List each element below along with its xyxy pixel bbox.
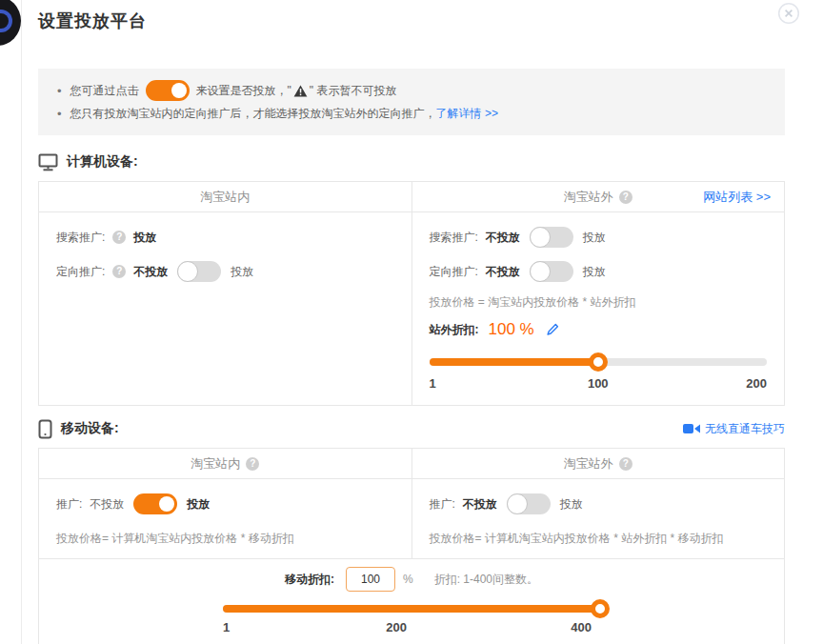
mobile-discount-hint: 折扣: 1-400间整数。 (434, 572, 538, 588)
slider-handle[interactable] (589, 352, 608, 372)
notice-line2-text: 您只有投放淘宝站内的定向推广后，才能选择投放淘宝站外的定向推广， (70, 106, 436, 122)
mobile-offsite-toggle[interactable] (507, 493, 551, 514)
mobile-slider-max-label: 400 (571, 620, 592, 634)
mobile-slider-min-label: 1 (223, 620, 230, 634)
mobile-onsite-formula: 投放价格= 计算机淘宝站内投放价格 * 移动折扣 (56, 531, 394, 545)
mobile-offsite-cell: 推广: 不投放 投放 投放价格= 计算机淘宝站内投放价格 * 站外折扣 * 移动… (412, 479, 785, 558)
phone-icon (38, 419, 52, 439)
notice-line1-mid: 来设置是否投放，" (196, 83, 291, 99)
offsite-price-formula: 投放价格 = 淘宝站内投放价格 * 站外折扣 (430, 294, 768, 309)
mobile-table-body: 推广: 不投放 投放 投放价格= 计算机淘宝站内投放价格 * 移动折扣 推广: … (39, 479, 784, 559)
mobile-offsite-promo-row: 推广: 不投放 投放 (430, 493, 768, 515)
page-title: 设置投放平台 (38, 10, 785, 32)
computer-table-body: 搜索推广: 投放 定向推广: 不投放 投放 搜索推广: 不投放 (39, 212, 784, 405)
onsite-target-help-icon[interactable] (112, 265, 126, 278)
computer-onsite-cell: 搜索推广: 投放 定向推广: 不投放 投放 (39, 212, 412, 405)
computer-section-header: 计算机设备: (38, 151, 785, 173)
mobile-slider-labels: 1 200 400 (223, 620, 600, 635)
slider-fill (430, 358, 598, 366)
computer-onsite-header-label: 淘宝站内 (200, 189, 250, 206)
offsite-discount-slider[interactable] (430, 352, 768, 372)
offsite-target-state: 不投放 (486, 264, 520, 280)
example-toggle (146, 80, 190, 101)
mobile-discount-slider[interactable] (223, 599, 600, 618)
notice-line1-post: " 表示暂不可投放 (310, 83, 397, 99)
computer-table: 淘宝站内 淘宝站外 网站列表 >> 搜索推广: 投放 定向推广: 不投放 (38, 181, 785, 406)
mobile-offsite-header: 淘宝站外 (412, 449, 785, 478)
video-icon (683, 423, 700, 434)
mobile-slider-fill (223, 605, 600, 613)
mobile-discount-row: 移动折扣: % 折扣: 1-400间整数。 1 200 400 (39, 559, 784, 644)
offsite-discount-line: 站外折扣: 100 % (430, 318, 768, 341)
background-logo (0, 0, 21, 46)
offsite-slider-labels: 1 100 200 (430, 376, 768, 392)
onsite-search-label: 搜索推广: (56, 230, 105, 246)
onsite-target-row: 定向推广: 不投放 投放 (56, 260, 394, 283)
slider-min-label: 1 (430, 376, 436, 391)
notice-line-2: 您只有投放淘宝站内的定向推广后，才能选择投放淘宝站外的定向推广， 了解详情 >> (57, 102, 766, 125)
mobile-onsite-state-off: 不投放 (90, 496, 124, 513)
computer-offsite-header-label: 淘宝站外 (564, 189, 613, 206)
onsite-target-option: 投放 (231, 264, 253, 280)
mobile-onsite-state-on: 投放 (187, 496, 210, 513)
mobile-offsite-state-off: 不投放 (463, 496, 497, 513)
mobile-discount-label: 移动折扣: (285, 572, 334, 588)
offsite-target-option: 投放 (583, 264, 606, 280)
mobile-onsite-promo-label: 推广: (56, 496, 82, 513)
mobile-onsite-header: 淘宝站内 (39, 449, 412, 478)
wireless-tips-link[interactable]: 无线直通车技巧 (705, 421, 785, 437)
mobile-section-header: 移动设备: 无线直通车技巧 (38, 417, 785, 440)
offsite-target-row: 定向推广: 不投放 投放 (430, 260, 768, 283)
mobile-offsite-help-icon[interactable] (619, 457, 632, 471)
set-platform-modal: 设置投放平台 您可通过点击 来设置是否投放，" " 表示暂不可投放 您只有投放淘… (38, 0, 785, 644)
mobile-discount-input[interactable] (346, 567, 395, 592)
slider-mid-label: 100 (588, 376, 609, 391)
mobile-discount-unit: % (403, 573, 413, 586)
offsite-target-label: 定向推广: (430, 264, 478, 280)
learn-more-link[interactable]: 了解详情 >> (436, 106, 498, 122)
mobile-offsite-promo-label: 推广: (430, 496, 455, 513)
onsite-target-toggle[interactable] (177, 261, 221, 282)
mobile-offsite-formula: 投放价格= 计算机淘宝站内投放价格 * 站外折扣 * 移动折扣 (430, 531, 768, 545)
offsite-discount-value: 100 % (489, 320, 534, 339)
offsite-search-toggle[interactable] (530, 227, 573, 248)
mobile-onsite-toggle[interactable] (133, 493, 177, 514)
offsite-search-option: 投放 (583, 230, 606, 246)
onsite-search-row: 搜索推广: 投放 (56, 226, 394, 249)
notice-box: 您可通过点击 来设置是否投放，" " 表示暂不可投放 您只有投放淘宝站内的定向推… (38, 69, 785, 135)
monitor-icon (38, 153, 58, 171)
mobile-table: 淘宝站内 淘宝站外 推广: 不投放 投放 投放价格= 计算机淘宝站内投放价格 *… (38, 448, 785, 644)
notice-line-1: 您可通过点击 来设置是否投放，" " 表示暂不可投放 (57, 79, 766, 102)
mobile-onsite-help-icon[interactable] (246, 457, 259, 471)
computer-offsite-cell: 搜索推广: 不投放 投放 定向推广: 不投放 投放 投放价格 = 淘宝站内投放价… (412, 212, 785, 405)
mobile-offsite-header-label: 淘宝站外 (564, 455, 613, 473)
modal-left-edge (21, 0, 22, 644)
warning-icon (293, 85, 308, 97)
offsite-search-label: 搜索推广: (430, 230, 478, 246)
computer-section-title: 计算机设备: (67, 153, 138, 171)
computer-onsite-header: 淘宝站内 (39, 182, 412, 211)
onsite-search-help-icon[interactable] (112, 231, 126, 244)
offsite-discount-label: 站外折扣: (430, 322, 479, 338)
mobile-section-title: 移动设备: (61, 420, 119, 437)
computer-offsite-header: 淘宝站外 网站列表 >> (412, 182, 785, 211)
mobile-slider-mid-label: 200 (386, 620, 407, 634)
mobile-onsite-header-label: 淘宝站内 (191, 455, 240, 473)
offsite-search-row: 搜索推广: 不投放 投放 (430, 226, 768, 249)
offsite-search-state: 不投放 (486, 230, 520, 246)
site-list-link[interactable]: 网站列表 >> (703, 182, 771, 211)
mobile-offsite-state-on: 投放 (560, 496, 583, 513)
onsite-target-label: 定向推广: (56, 264, 105, 280)
mobile-onsite-promo-row: 推广: 不投放 投放 (56, 493, 394, 515)
onsite-search-state: 投放 (133, 230, 156, 246)
mobile-onsite-cell: 推广: 不投放 投放 投放价格= 计算机淘宝站内投放价格 * 移动折扣 (39, 479, 412, 558)
mobile-discount-controls: 移动折扣: % 折扣: 1-400间整数。 (39, 567, 784, 592)
mobile-slider-handle[interactable] (591, 599, 610, 618)
edit-discount-icon[interactable] (546, 323, 559, 336)
slider-max-label: 200 (746, 376, 767, 391)
computer-table-header: 淘宝站内 淘宝站外 网站列表 >> (39, 182, 784, 212)
onsite-target-state: 不投放 (133, 264, 168, 280)
notice-line1-pre: 您可通过点击 (70, 83, 139, 99)
offsite-target-toggle[interactable] (530, 261, 573, 282)
offsite-help-icon[interactable] (619, 191, 632, 204)
